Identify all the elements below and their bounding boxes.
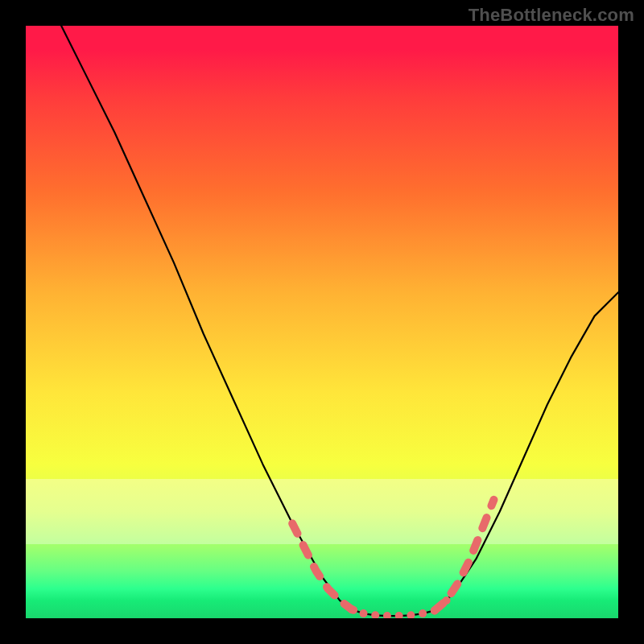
- series-path-right-curve: [435, 292, 618, 610]
- curve-layer: [26, 26, 618, 618]
- series-dot-dotted-floor: [419, 609, 427, 617]
- series-group: [61, 26, 618, 618]
- series-path-left-curve: [61, 26, 363, 613]
- series-dot-dotted-floor: [395, 612, 403, 618]
- series-dot-dotted-floor: [371, 611, 379, 618]
- series-path-dashed-right: [435, 500, 494, 611]
- series-dot-dotted-floor: [431, 606, 439, 614]
- plot-area: [26, 26, 618, 618]
- series-dot-dotted-floor: [383, 612, 391, 618]
- watermark-label: TheBottleneck.com: [469, 5, 634, 26]
- chart-frame: TheBottleneck.com: [0, 0, 644, 644]
- series-dot-dotted-floor: [360, 609, 368, 617]
- series-dot-dotted-floor: [443, 597, 451, 605]
- series-dot-dotted-floor: [348, 605, 356, 613]
- series-dot-dotted-floor: [407, 611, 415, 618]
- series-path-dashed-left: [292, 523, 363, 613]
